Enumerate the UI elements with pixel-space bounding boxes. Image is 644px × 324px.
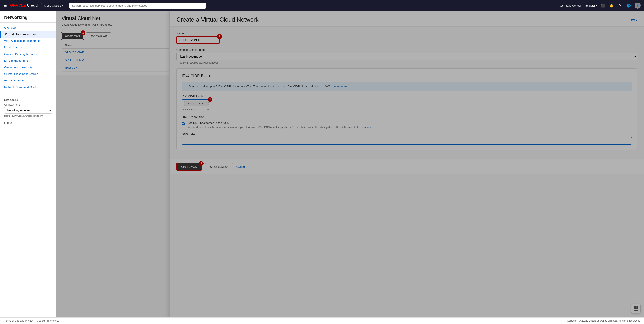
sidebar-title: Networking — [0, 11, 56, 22]
bell-icon[interactable]: 🔔 — [609, 3, 614, 8]
page-footer: Terms of Use and Privacy Cookie Preferen… — [0, 318, 644, 324]
cloud-classic-button[interactable]: Cloud Classic > — [41, 3, 66, 8]
cookie-link[interactable]: Cookie Preferences — [37, 319, 59, 322]
navbar-right: Germany Central (Frankfurt) ▾ ⬛ 🔔 ? 🌐 👤 — [560, 2, 640, 8]
sidebar-item-cdn[interactable]: Content Delivery Network — [0, 51, 56, 57]
compartment-path: (root)/NETWORK/IwanHoogendo orn — [4, 114, 52, 117]
sidebar-item-vcn[interactable]: Virtual cloud networks — [0, 31, 56, 38]
help-icon[interactable]: ? — [618, 3, 623, 8]
hamburger-icon[interactable]: ☰ — [4, 3, 7, 8]
scope-title: List scope — [4, 98, 52, 102]
region-label: Germany Central (Frankfurt) — [560, 4, 595, 7]
navbar-icons: ⬛ 🔔 ? 🌐 👤 — [600, 2, 640, 8]
sidebar-item-waa[interactable]: Web Application Acceleration — [0, 38, 56, 44]
modal-overlay — [56, 11, 644, 324]
sidebar-item-customer-conn[interactable]: Customer connectivity — [0, 64, 56, 70]
terms-link[interactable]: Terms of Use and Privacy — [4, 319, 34, 322]
sidebar: Networking Overview Virtual cloud networ… — [0, 11, 56, 324]
globe-icon[interactable]: 🌐 — [626, 3, 631, 8]
oracle-brand: ORACLE Cloud — [10, 4, 38, 8]
main-layout: Networking Overview Virtual cloud networ… — [0, 11, 644, 324]
content-area: Virtual Cloud Net Virtual Cloud Networks… — [56, 11, 644, 324]
footer-copyright: Copyright © 2024, Oracle and/or its affi… — [567, 319, 640, 322]
sidebar-item-ip[interactable]: IP management — [0, 77, 56, 84]
footer-links: Terms of Use and Privacy Cookie Preferen… — [4, 319, 59, 322]
region-chevron-icon: ▾ — [596, 4, 597, 7]
sidebar-item-overview[interactable]: Overview — [0, 24, 56, 31]
region-selector[interactable]: Germany Central (Frankfurt) ▾ — [560, 4, 597, 7]
search-bar — [70, 3, 206, 8]
filters-label: Filters — [0, 120, 56, 126]
compartment-select[interactable]: IwanHoogendoorn — [4, 107, 52, 114]
sidebar-nav: Overview Virtual cloud networks Web Appl… — [0, 22, 56, 92]
list-scope-section: List scope Compartment IwanHoogendoorn (… — [0, 96, 56, 120]
sidebar-item-ncc[interactable]: Network Command Center — [0, 84, 56, 90]
sidebar-item-cluster[interactable]: Cluster Placement Groups — [0, 70, 56, 77]
top-navbar: ☰ ORACLE Cloud Cloud Classic > Germany C… — [0, 0, 644, 11]
cloud-shell-icon[interactable]: ⬛ — [600, 3, 606, 8]
oracle-logo: ORACLE Cloud — [10, 4, 38, 8]
search-input[interactable] — [70, 3, 206, 8]
sidebar-item-lb[interactable]: Load balancers — [0, 44, 56, 51]
sidebar-item-dns[interactable]: DNS management — [0, 57, 56, 64]
avatar[interactable]: 👤 — [634, 2, 640, 8]
compartment-label: Compartment — [4, 103, 52, 106]
